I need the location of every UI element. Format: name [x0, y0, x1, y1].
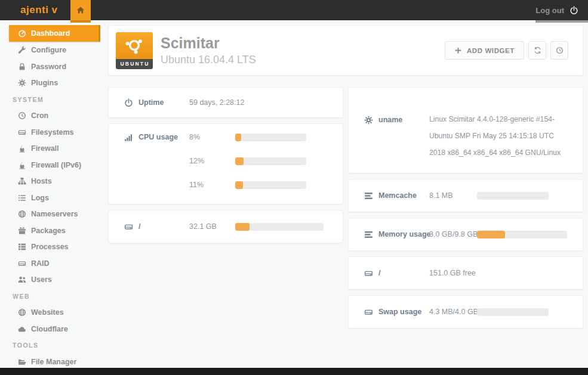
power-icon: [124, 98, 138, 107]
host-title: Scimitar: [161, 35, 256, 52]
globe-icon: [18, 308, 26, 317]
logout-label: Log out: [535, 6, 564, 15]
progress-bar: [477, 308, 549, 316]
sidebar-item-processes[interactable]: Processes: [0, 239, 107, 256]
sidebar-item-packages[interactable]: Packages: [0, 222, 107, 239]
sidebar-item-raid[interactable]: RAID: [0, 255, 107, 272]
history-button[interactable]: [550, 41, 568, 60]
sidebar-item-users[interactable]: Users: [0, 272, 107, 289]
memcache-widget: Memcache 8.1 MB: [348, 179, 583, 212]
sidebar-item-cron[interactable]: Cron: [0, 108, 107, 125]
globe-icon: [18, 210, 26, 218]
progress-bar: [477, 231, 567, 238]
sidebar-item-label: Processes: [31, 243, 69, 251]
sidebar-section-tools: TOOLS: [0, 337, 107, 354]
th-list-icon: [18, 243, 26, 251]
sidebar-section-system: SYSTEM: [0, 91, 107, 108]
sidebar-item-label: Filesystems: [31, 128, 74, 137]
disk-usage-value: 32.1 GB: [189, 222, 235, 231]
fire-icon: [18, 144, 26, 153]
widget-label: Swap usage: [378, 308, 429, 316]
sidebar-item-label: Firewall (IPv6): [31, 161, 81, 169]
sidebar-item-websites[interactable]: Websites: [0, 305, 107, 321]
logout-button[interactable]: Log out: [535, 0, 578, 20]
cpu-core-percent: 11%: [189, 181, 235, 189]
cogs-icon: [18, 79, 26, 87]
progress-fill: [235, 181, 243, 189]
sidebar-item-label: Logs: [31, 194, 49, 202]
bar-chart-icon: [124, 133, 138, 142]
widget-label: CPU usage: [138, 133, 189, 141]
home-tab-button[interactable]: [70, 0, 91, 23]
progress-bar: [235, 134, 306, 141]
sidebar-item-label: Configure: [31, 46, 66, 54]
swap-usage-widget: Swap usage 4.3 MB/4.0 GB: [348, 295, 583, 328]
sidebar-section-web: WEB: [0, 288, 107, 305]
memcache-value: 8.1 MB: [429, 191, 477, 200]
refresh-button[interactable]: [528, 41, 546, 60]
sidebar-item-label: Plugins: [31, 79, 58, 87]
sidebar-item-label: Hosts: [31, 177, 52, 185]
sidebar: Dashboard Configure Password Plugins SYS…: [0, 20, 107, 368]
scrollbar-thumb[interactable]: [535, 20, 588, 23]
hdd-icon: [364, 269, 378, 278]
fire-icon: [18, 161, 26, 169]
brand-logo: ajenti v: [20, 0, 58, 20]
sidebar-item-hosts[interactable]: Hosts: [0, 173, 107, 190]
disk-free-widget: / 151.0 GB free: [348, 256, 583, 290]
tasks-icon: [364, 191, 378, 200]
ubuntu-logo-label: UBUNTU: [116, 59, 153, 69]
add-widget-button[interactable]: ADD WIDGET: [445, 41, 524, 60]
sidebar-item-label: RAID: [31, 259, 50, 268]
sidebar-item-label: Firewall: [31, 144, 59, 153]
lock-icon: [18, 63, 26, 71]
tachometer-icon: [18, 29, 26, 38]
sidebar-item-password[interactable]: Password: [0, 58, 107, 75]
sidebar-item-firewall-ipv6[interactable]: Firewall (IPv6): [0, 157, 107, 173]
list-icon: [18, 194, 26, 202]
sidebar-item-nameservers[interactable]: Nameservers: [0, 206, 107, 223]
sidebar-item-dashboard[interactable]: Dashboard: [9, 25, 100, 42]
sidebar-item-configure[interactable]: Configure: [0, 42, 107, 59]
uptime-value: 59 days, 2:28:12: [189, 98, 235, 107]
progress-fill: [477, 231, 505, 238]
sitemap-icon: [18, 177, 26, 185]
clock-icon: [556, 47, 564, 54]
bottom-bar: [0, 368, 588, 375]
sidebar-item-label: Nameservers: [31, 210, 78, 218]
ubuntu-logo: UBUNTU: [116, 32, 153, 69]
progress-bar: [235, 223, 324, 231]
widget-label: /: [138, 222, 189, 231]
uname-widget: uname Linux Scimitar 4.4.0-128-generic #…: [348, 87, 583, 173]
progress-bar: [235, 157, 306, 165]
gift-icon: [18, 227, 26, 235]
add-widget-label: ADD WIDGET: [467, 47, 515, 54]
cpu-core-row: 12%: [189, 157, 306, 165]
sidebar-item-label: Users: [31, 275, 52, 284]
sidebar-item-cloudflare[interactable]: Cloudflare: [0, 321, 107, 337]
clock-icon: [18, 111, 26, 120]
memory-usage-value: 3.0 GB/9.8 GB: [429, 230, 477, 238]
hdd-icon: [18, 259, 26, 268]
sidebar-item-firewall[interactable]: Firewall: [0, 141, 107, 157]
users-icon: [18, 275, 26, 284]
cpu-core-row: 11%: [189, 181, 306, 189]
disk-usage-widget: / 32.1 GB: [108, 210, 343, 243]
widget-label: Memcache: [378, 191, 429, 200]
sidebar-item-logs[interactable]: Logs: [0, 190, 107, 206]
uptime-widget: Uptime 59 days, 2:28:12: [108, 87, 343, 118]
progress-bar: [477, 192, 549, 200]
cpu-core-percent: 12%: [189, 157, 235, 165]
sidebar-item-label: Packages: [31, 227, 66, 235]
sidebar-item-label: Cloudflare: [31, 325, 68, 333]
sidebar-item-filesystems[interactable]: Filesystems: [0, 124, 107, 141]
ubuntu-circle-of-friends-icon: [116, 32, 153, 59]
host-header-card: UBUNTU Scimitar Ubuntu 16.04.4 LTS ADD W…: [108, 25, 583, 76]
progress-fill: [235, 134, 241, 141]
sidebar-item-label: Cron: [31, 111, 48, 120]
hdd-icon: [18, 128, 26, 137]
sidebar-item-label: Websites: [31, 308, 64, 317]
uname-value: Linux Scimitar 4.4.0-128-generic #154-Ub…: [429, 111, 568, 161]
sidebar-item-label: Dashboard: [31, 29, 70, 38]
sidebar-item-plugins[interactable]: Plugins: [0, 75, 107, 92]
